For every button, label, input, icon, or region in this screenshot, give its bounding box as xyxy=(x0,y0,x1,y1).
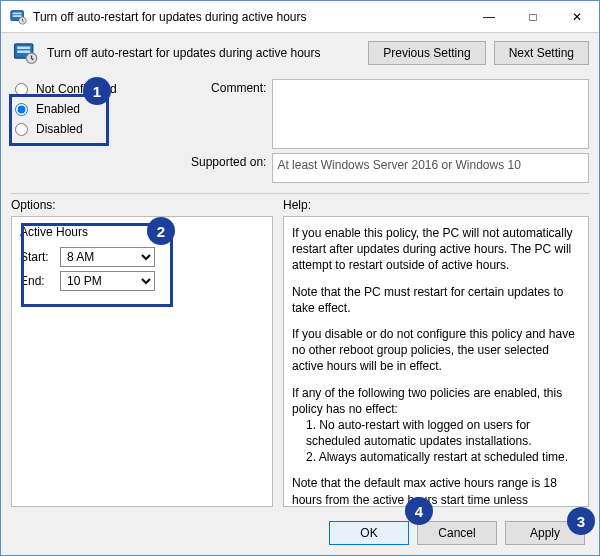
lower-labels: Options: Help: xyxy=(1,198,599,212)
comment-input[interactable] xyxy=(272,79,589,149)
end-select[interactable]: 12 AM1 AM2 AM3 AM4 AM5 AM6 AM7 AM8 AM9 A… xyxy=(60,271,155,291)
radio-label: Not Configured xyxy=(36,82,117,96)
cancel-button[interactable]: Cancel xyxy=(417,521,497,545)
previous-setting-button[interactable]: Previous Setting xyxy=(368,41,485,65)
help-text: If any of the following two policies are… xyxy=(292,385,580,466)
window-title: Turn off auto-restart for updates during… xyxy=(33,10,467,24)
radio-enabled-input[interactable] xyxy=(15,103,28,116)
details-column: Comment: Supported on: At least Windows … xyxy=(191,79,589,183)
minimize-button[interactable]: — xyxy=(467,2,511,32)
state-radiogroup: Not Configured Enabled Disabled xyxy=(11,79,181,139)
start-select[interactable]: 12 AM1 AM2 AM3 AM4 AM5 AM6 AM7 AM8 AM9 A… xyxy=(60,247,155,267)
radio-label: Enabled xyxy=(36,102,80,116)
radio-not-configured[interactable]: Not Configured xyxy=(11,79,181,99)
start-row: Start: 12 AM1 AM2 AM3 AM4 AM5 AM6 AM7 AM… xyxy=(20,247,264,267)
svg-rect-1 xyxy=(13,12,22,14)
svg-rect-5 xyxy=(17,47,30,50)
policy-icon xyxy=(9,8,27,26)
help-text: If you enable this policy, the PC will n… xyxy=(292,225,580,274)
next-setting-button[interactable]: Next Setting xyxy=(494,41,589,65)
state-column: Not Configured Enabled Disabled xyxy=(11,79,181,183)
divider xyxy=(11,193,589,194)
options-panel: Active Hours Start: 12 AM1 AM2 AM3 AM4 A… xyxy=(11,216,273,507)
active-hours-heading: Active Hours xyxy=(20,225,264,239)
help-panel[interactable]: If you enable this policy, the PC will n… xyxy=(283,216,589,507)
end-row: End: 12 AM1 AM2 AM3 AM4 AM5 AM6 AM7 AM8 … xyxy=(20,271,264,291)
header: Turn off auto-restart for updates during… xyxy=(1,33,599,75)
apply-button[interactable]: Apply xyxy=(505,521,585,545)
start-label: Start: xyxy=(20,250,54,264)
help-label: Help: xyxy=(283,198,311,212)
window-controls: — □ ✕ xyxy=(467,2,599,32)
radio-disabled-input[interactable] xyxy=(15,123,28,136)
comment-label: Comment: xyxy=(191,79,266,95)
supported-on-text: At least Windows Server 2016 or Windows … xyxy=(272,153,589,183)
radio-label: Disabled xyxy=(36,122,83,136)
ok-button[interactable]: OK xyxy=(329,521,409,545)
lower-section: Active Hours Start: 12 AM1 AM2 AM3 AM4 A… xyxy=(1,212,599,513)
svg-rect-2 xyxy=(13,15,22,17)
radio-enabled[interactable]: Enabled xyxy=(11,99,181,119)
maximize-button[interactable]: □ xyxy=(511,2,555,32)
end-label: End: xyxy=(20,274,54,288)
svg-rect-6 xyxy=(17,50,30,53)
upper-section: Not Configured Enabled Disabled Comment:… xyxy=(1,75,599,185)
help-text: Note that the default max active hours r… xyxy=(292,475,580,507)
radio-not-configured-input[interactable] xyxy=(15,83,28,96)
footer: OK Cancel Apply xyxy=(1,513,599,555)
radio-disabled[interactable]: Disabled xyxy=(11,119,181,139)
policy-dialog-window: Turn off auto-restart for updates during… xyxy=(0,0,600,556)
titlebar: Turn off auto-restart for updates during… xyxy=(1,1,599,33)
supported-label: Supported on: xyxy=(191,153,266,169)
options-label: Options: xyxy=(11,198,273,212)
help-text: Note that the PC must restart for certai… xyxy=(292,284,580,316)
setting-name: Turn off auto-restart for updates during… xyxy=(47,46,360,60)
policy-icon xyxy=(11,39,39,67)
help-text: If you disable or do not configure this … xyxy=(292,326,580,375)
close-button[interactable]: ✕ xyxy=(555,2,599,32)
